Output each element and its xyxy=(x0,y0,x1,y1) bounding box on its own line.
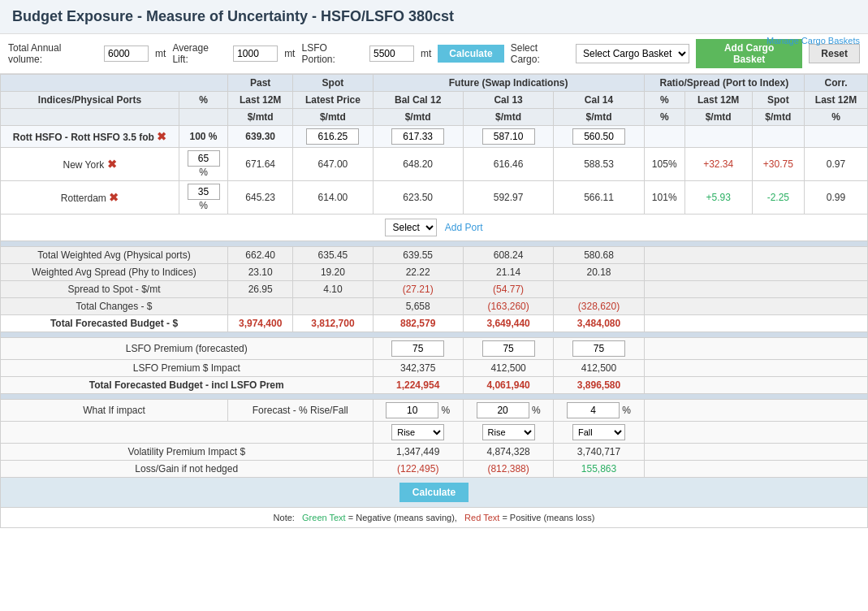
rott-bal-input[interactable] xyxy=(391,128,444,145)
twa-cal14: 580.68 xyxy=(554,247,644,264)
rdam-corr-cell: 0.99 xyxy=(805,181,868,214)
sts-empty1 xyxy=(554,281,644,298)
wi-forecast-label: Forecast - % Rise/Fall xyxy=(228,400,374,422)
avg-lift-unit: mt xyxy=(284,48,295,59)
rdam-pct-input[interactable] xyxy=(188,184,220,200)
ny-spread-spot-cell: +30.75 xyxy=(752,148,804,181)
sts-empty2 xyxy=(644,281,867,298)
rott-cal14-input[interactable] xyxy=(572,128,625,145)
tc-cal14: (328,620) xyxy=(554,298,644,315)
th-bal-cal12: Bal Cal 12 xyxy=(373,92,463,109)
lp-label: LSFO Premium (forecasted) xyxy=(1,338,374,360)
avg-lift-input[interactable] xyxy=(233,46,278,62)
tfb-cal13: 3,649,440 xyxy=(463,315,553,332)
vp-cal14: 3,740,717 xyxy=(554,444,644,461)
whatif-forecast-row: What If impact Forecast - % Rise/Fall % … xyxy=(1,400,868,422)
th-indices: Indices/Physical Ports xyxy=(1,92,179,109)
th-spread-spot-unit: $/mtd xyxy=(752,109,804,126)
th-spot-unit: $/mtd xyxy=(293,109,373,126)
total-annual-label: Total Annual volume: xyxy=(8,42,97,65)
wi-empty xyxy=(644,400,867,422)
lsfo-portion-input[interactable] xyxy=(369,46,414,62)
th-ratio: % xyxy=(644,92,684,109)
main-table: Past Spot Future (Swap Indications) Rati… xyxy=(0,74,868,528)
rdam-past-cell: 645.23 xyxy=(228,181,293,214)
th-last-12m: Last 12M xyxy=(228,92,293,109)
add-port-link[interactable]: Add Port xyxy=(445,222,483,233)
tc-bal: 5,658 xyxy=(373,298,463,315)
whatif-bal-input[interactable] xyxy=(386,402,438,418)
bottom-calculate-button[interactable]: Calculate xyxy=(399,483,469,502)
lg-empty xyxy=(644,461,867,478)
loss-gain-row: Loss/Gain if not hedged (122,495) (812,3… xyxy=(1,461,868,478)
ny-delete-icon[interactable]: ✖ xyxy=(107,158,117,171)
li-empty xyxy=(644,360,867,377)
rott-cal14-cell xyxy=(554,126,644,148)
lsfo-cal13-input[interactable] xyxy=(482,340,535,357)
twa-past: 662.40 xyxy=(228,247,293,264)
lp-bal xyxy=(373,338,463,360)
rf-empty1 xyxy=(1,422,374,444)
sts-cal14: (54.77) xyxy=(463,281,553,298)
lsfo-bal-input[interactable] xyxy=(391,340,444,357)
cargo-basket-select[interactable]: Select Cargo Basket xyxy=(576,44,689,63)
rott-spot-input[interactable] xyxy=(306,128,359,145)
th-vol-pct xyxy=(179,109,228,126)
total-annual-input[interactable] xyxy=(104,46,149,62)
sts-spot: 4.10 xyxy=(293,281,373,298)
total-incl-lsfo-row: Total Forecasted Budget - incl LSFO Prem… xyxy=(1,377,868,394)
rise-fall-cal14-select[interactable]: Rise Fall xyxy=(572,424,625,440)
rise-fall-cal13-select[interactable]: Rise Fall xyxy=(482,424,535,440)
rotterdam-row: Rotterdam ✖ % 645.23 614.00 623.50 592.9… xyxy=(1,181,868,214)
ny-pct-input[interactable] xyxy=(188,150,220,167)
th-volume: % xyxy=(179,92,228,109)
li-cal13: 412,500 xyxy=(463,360,553,377)
th-corr-unit: % xyxy=(805,109,868,126)
tfb-label: Total Forecasted Budget - $ xyxy=(1,315,228,332)
tc-past xyxy=(228,298,293,315)
select-port-cell: Select Add Port xyxy=(1,214,868,241)
twa-empty xyxy=(644,247,867,264)
lsfo-cal14-input[interactable] xyxy=(572,340,625,357)
tc-spot xyxy=(293,298,373,315)
twa-label: Total Weighted Avg (Physical ports) xyxy=(1,247,228,264)
lp-empty xyxy=(644,338,867,360)
th-past: Past xyxy=(228,75,293,92)
rdam-name-cell: Rotterdam ✖ xyxy=(1,181,179,214)
page-title: Budget Exposure - Measure of Uncertainty… xyxy=(0,0,868,34)
reset-button[interactable]: Reset xyxy=(809,44,860,63)
manage-link[interactable]: Manage Cargo Baskets xyxy=(767,36,860,46)
th-empty2 xyxy=(1,109,179,126)
rdam-spread-spot-cell: -2.25 xyxy=(752,181,804,214)
calculate-button[interactable]: Calculate xyxy=(438,45,503,63)
rott-hsfo-row: Rott HSFO - Rott HSFO 3.5 fob ✖ 100 % 63… xyxy=(1,126,868,148)
lg-bal: (122,495) xyxy=(373,461,463,478)
wi-bal: % xyxy=(373,400,463,422)
volatility-row: Volatility Premium Impact $ 1,347,449 4,… xyxy=(1,444,868,461)
th-future: Future (Swap Indications) xyxy=(373,75,644,92)
ny-spread-last12-cell: +32.34 xyxy=(684,148,752,181)
tfb-spot: 3,812,700 xyxy=(293,315,373,332)
was-past: 23.10 xyxy=(228,264,293,281)
port-select-dropdown[interactable]: Select xyxy=(385,219,437,236)
separator-3 xyxy=(1,394,868,400)
whatif-cal13-input[interactable] xyxy=(477,402,529,418)
th-ratio-unit: % xyxy=(644,109,684,126)
lsfo-premium-row: LSFO Premium (forecasted) xyxy=(1,338,868,360)
whatif-cal14-input[interactable] xyxy=(567,402,620,418)
avg-lift-label: Average Lift: xyxy=(172,42,227,65)
rdam-ratio-cell: 101% xyxy=(644,181,684,214)
rott-spot-cell xyxy=(293,126,373,148)
th-past-unit: $/mtd xyxy=(228,109,293,126)
lp-cal14 xyxy=(554,338,644,360)
rott-corr-cell xyxy=(805,126,868,148)
li-cal14: 412,500 xyxy=(554,360,644,377)
rott-cal13-input[interactable] xyxy=(482,128,535,145)
rdam-delete-icon[interactable]: ✖ xyxy=(109,191,119,204)
rott-name-cell: Rott HSFO - Rott HSFO 3.5 fob ✖ xyxy=(1,126,179,148)
note-cell: Note: Green Text = Negative (means savin… xyxy=(1,508,868,528)
th-latest-price: Latest Price xyxy=(293,92,373,109)
rott-delete-icon[interactable]: ✖ xyxy=(157,130,166,143)
rise-fall-bal-select[interactable]: Rise Fall xyxy=(391,424,444,440)
lp-cal13 xyxy=(463,338,553,360)
